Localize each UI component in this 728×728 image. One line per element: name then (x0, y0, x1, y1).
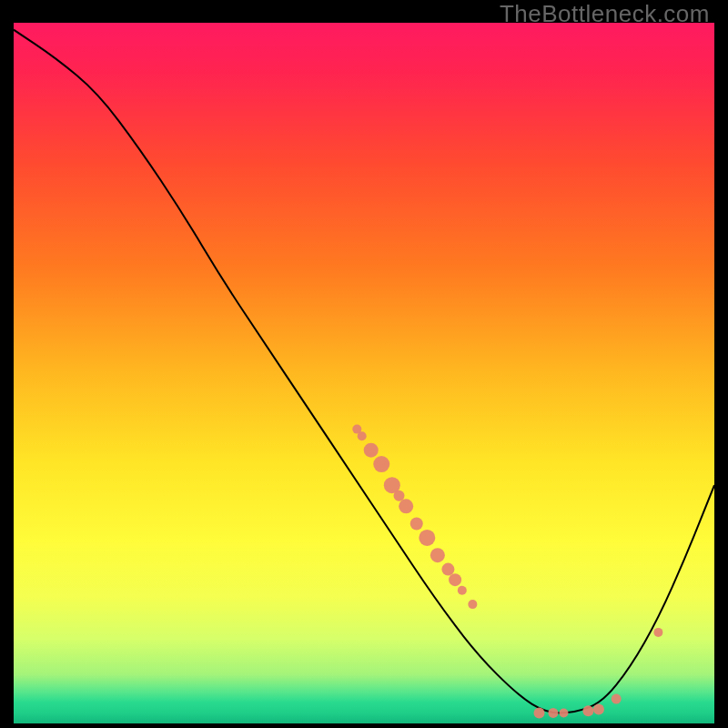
data-marker (653, 628, 662, 637)
gradient-background (14, 23, 714, 723)
data-marker (582, 705, 593, 716)
data-marker (373, 456, 389, 472)
data-marker (394, 490, 405, 501)
data-marker (430, 548, 445, 562)
data-marker (559, 708, 568, 717)
data-marker (548, 708, 558, 718)
data-marker (399, 499, 413, 513)
data-marker (449, 573, 461, 586)
chart-container: TheBottleneck.com (0, 0, 728, 728)
data-marker (458, 586, 467, 595)
data-marker (419, 530, 435, 546)
data-marker (468, 600, 477, 609)
plot-area (14, 23, 714, 723)
data-marker (593, 704, 604, 715)
data-marker (612, 694, 622, 704)
data-marker (441, 563, 454, 576)
data-marker (534, 707, 545, 718)
data-marker (358, 431, 367, 440)
data-marker (364, 443, 379, 458)
data-marker (410, 518, 423, 531)
chart-svg (14, 23, 714, 723)
